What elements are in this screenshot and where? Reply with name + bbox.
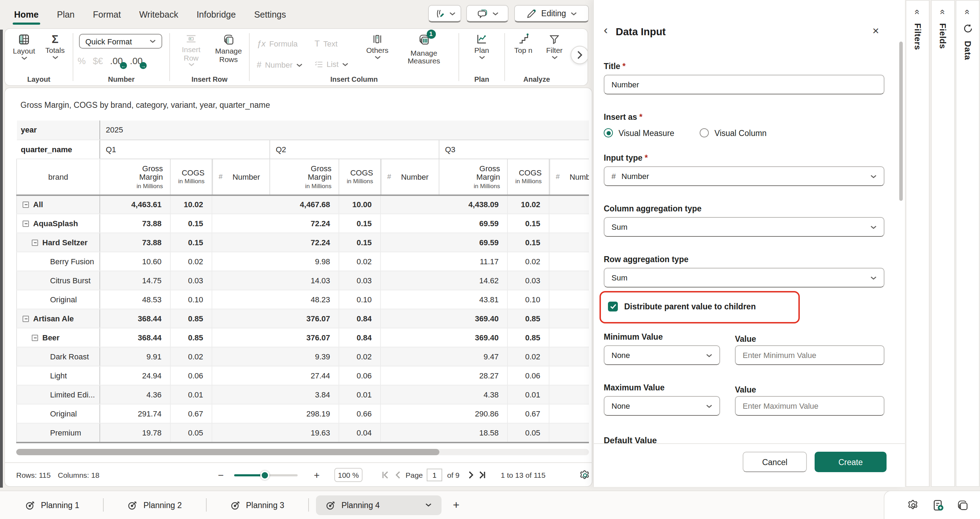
collapse-icon[interactable]	[22, 315, 29, 322]
value-cell[interactable]	[212, 309, 270, 328]
gross-margin-header[interactable]: Gross Marginin Millions	[439, 159, 508, 195]
add-sheet-button[interactable]: +	[453, 499, 460, 512]
collapse-icon[interactable]	[22, 202, 29, 208]
value-cell[interactable]	[549, 366, 589, 385]
scrollbar-thumb[interactable]	[16, 449, 439, 455]
writeback-tool-button[interactable]	[428, 5, 461, 22]
brand-header[interactable]: brand	[17, 159, 100, 195]
cogs-header[interactable]: COGSin Millions	[170, 159, 212, 195]
value-cell[interactable]	[549, 385, 589, 404]
value-cell[interactable]: 0.84	[339, 328, 380, 347]
row-label[interactable]: Berry Fusion	[17, 252, 100, 271]
value-cell[interactable]: 11.17	[439, 252, 508, 271]
value-cell[interactable]	[380, 404, 439, 423]
value-cell[interactable]	[212, 404, 270, 423]
number-header[interactable]: #Number	[212, 159, 270, 195]
sheet-tab-planning-1[interactable]: Planning 1	[8, 495, 96, 515]
value-cell[interactable]: 27.44	[270, 366, 339, 385]
cancel-button[interactable]: Cancel	[743, 452, 807, 472]
value-cell[interactable]	[549, 252, 589, 271]
value-cell[interactable]	[380, 252, 439, 271]
value-cell[interactable]: 72.24	[270, 214, 339, 233]
table-settings-gear-icon[interactable]	[579, 469, 591, 481]
value-cell[interactable]	[549, 214, 589, 233]
value-cell[interactable]	[549, 233, 589, 252]
row-label[interactable]: Original	[17, 290, 100, 309]
collapse-icon[interactable]	[22, 220, 29, 227]
page-number-input[interactable]	[427, 468, 442, 481]
minimum-dropdown[interactable]: None	[604, 345, 720, 365]
value-cell[interactable]	[549, 271, 589, 290]
value-cell[interactable]: 0.15	[508, 233, 549, 252]
row-label[interactable]: Light	[17, 366, 100, 385]
row-label[interactable]: Original	[17, 404, 100, 423]
row-agg-dropdown[interactable]: Sum	[604, 268, 885, 287]
value-cell[interactable]: 69.59	[439, 233, 508, 252]
value-cell[interactable]	[380, 233, 439, 252]
value-cell[interactable]: 290.86	[439, 404, 508, 423]
year-value[interactable]: 2025	[100, 121, 589, 140]
value-cell[interactable]	[380, 366, 439, 385]
value-cell[interactable]: 291.74	[100, 404, 170, 423]
value-cell[interactable]	[549, 404, 589, 423]
value-cell[interactable]: 9.39	[270, 347, 339, 366]
quick-format-dropdown[interactable]: Quick Format	[79, 34, 162, 49]
increase-decimal-button[interactable]: .00→	[130, 56, 142, 66]
collapse-icon[interactable]	[32, 239, 38, 246]
value-cell[interactable]	[212, 366, 270, 385]
value-cell[interactable]: 0.85	[170, 328, 212, 347]
value-cell[interactable]: 376.07	[270, 309, 339, 328]
radio-visual-measure[interactable]: Visual Measure	[604, 128, 674, 137]
value-cell[interactable]: 0.10	[508, 290, 549, 309]
gross-margin-header[interactable]: Gross Marginin Millions	[100, 159, 170, 195]
collapse-icon[interactable]	[32, 334, 38, 341]
number-column-button[interactable]: # Number	[257, 60, 302, 70]
top-n-button[interactable]: Top n	[511, 33, 536, 55]
pages-stack-icon[interactable]	[956, 499, 969, 512]
data-pane-tab[interactable]: « Data	[956, 0, 980, 487]
title-input[interactable]	[604, 75, 885, 94]
value-cell[interactable]: 4,438.09	[439, 195, 508, 214]
cogs-header[interactable]: COGSin Millions	[339, 159, 380, 195]
value-cell[interactable]: 0.84	[339, 309, 380, 328]
value-cell[interactable]: 73.88	[100, 214, 170, 233]
number-header[interactable]: #Number	[549, 159, 589, 195]
value-cell[interactable]	[549, 347, 589, 366]
value-cell[interactable]: 69.59	[439, 214, 508, 233]
currency-format-button[interactable]: $€	[93, 56, 103, 66]
value-cell[interactable]: 0.01	[170, 385, 212, 404]
value-cell[interactable]: 0.85	[508, 309, 549, 328]
value-cell[interactable]: 0.01	[508, 385, 549, 404]
value-cell[interactable]: 0.67	[170, 404, 212, 423]
row-label[interactable]: Premium	[17, 423, 100, 442]
value-cell[interactable]: 3.84	[270, 385, 339, 404]
value-cell[interactable]: 0.85	[170, 309, 212, 328]
value-cell[interactable]: 0.85	[508, 328, 549, 347]
value-cell[interactable]	[212, 252, 270, 271]
value-cell[interactable]: 14.75	[100, 271, 170, 290]
zoom-out-button[interactable]: −	[218, 463, 224, 487]
zoom-slider[interactable]	[234, 474, 298, 476]
value-cell[interactable]	[380, 214, 439, 233]
value-cell[interactable]: 0.04	[339, 423, 380, 442]
value-cell[interactable]: 4.36	[100, 385, 170, 404]
value-cell[interactable]	[549, 290, 589, 309]
row-label[interactable]: All	[17, 195, 100, 214]
value-cell[interactable]: 0.06	[339, 366, 380, 385]
filter-button[interactable]: Filter	[542, 33, 567, 59]
value-cell[interactable]	[380, 271, 439, 290]
horizontal-scrollbar[interactable]	[16, 449, 589, 455]
text-column-button[interactable]: T Text	[315, 39, 337, 49]
row-label[interactable]: Limited Edi...	[17, 385, 100, 404]
value-cell[interactable]: 0.05	[170, 423, 212, 442]
value-cell[interactable]: 19.63	[270, 423, 339, 442]
value-cell[interactable]	[549, 423, 589, 442]
quarter-q3[interactable]: Q3	[439, 140, 589, 159]
value-cell[interactable]	[212, 271, 270, 290]
totals-button[interactable]: Σ Totals	[41, 33, 68, 59]
value-cell[interactable]: 298.19	[270, 404, 339, 423]
maximum-value-input[interactable]	[735, 396, 885, 416]
value-cell[interactable]: 0.02	[339, 347, 380, 366]
value-cell[interactable]: 368.44	[100, 328, 170, 347]
value-cell[interactable]: 0.03	[170, 271, 212, 290]
